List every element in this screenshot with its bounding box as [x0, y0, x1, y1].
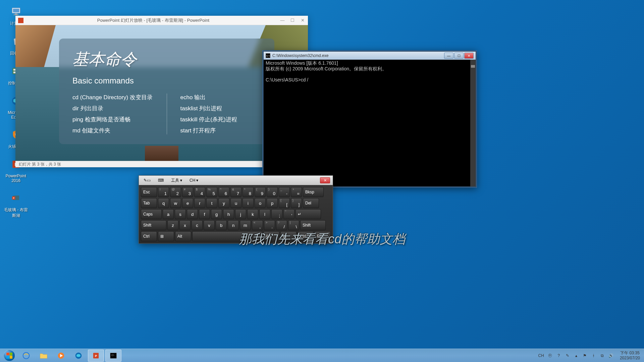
osk-key[interactable]: h — [223, 209, 234, 219]
osk-key[interactable]: y — [218, 198, 229, 208]
osk-key[interactable]: o — [255, 198, 266, 208]
osk-key[interactable]: w — [170, 198, 181, 208]
video-subtitle: 那我们先来看看cd的帮助文档 — [239, 231, 405, 248]
osk-close-button[interactable]: ✕ — [320, 177, 330, 183]
cmd-item: tasklist 列出进程 — [180, 105, 261, 112]
tray-lang-indicator[interactable]: CH — [538, 353, 544, 358]
minimize-button[interactable]: — — [444, 53, 453, 59]
osk-key[interactable]: s — [175, 209, 186, 219]
osk-key[interactable]: Alt — [175, 231, 191, 241]
tray-chevron-up-icon[interactable]: ▴ — [574, 353, 579, 358]
osk-key[interactable]: !1 — [158, 187, 169, 197]
osk-key[interactable]: {[ — [279, 198, 290, 208]
osk-key[interactable]: Bksp — [303, 187, 324, 197]
maximize-button[interactable]: ☐ — [290, 18, 295, 23]
osk-key[interactable]: ↵ — [296, 209, 321, 219]
osk-key[interactable]: $4 — [194, 187, 205, 197]
osk-key[interactable]: l — [259, 209, 270, 219]
tray-network-icon[interactable]: ⧉ — [600, 353, 605, 358]
osk-key[interactable]: j — [235, 209, 246, 219]
tray-bluetooth-icon[interactable]: ᚼ — [591, 353, 596, 358]
powerpoint-titlebar[interactable]: PowerPoint 幻灯片放映 - [毛玻璃 - 布雷斯湖] - PowerP… — [15, 16, 308, 25]
osk-key[interactable]: x — [179, 220, 191, 230]
osk-key[interactable]: &7 — [230, 187, 241, 197]
osk-lang-menu[interactable]: CH ▾ — [187, 177, 200, 183]
taskbar-item-ie[interactable] — [18, 350, 34, 362]
osk-key[interactable]: @2 — [170, 187, 181, 197]
cmd-title: C:\Windows\system32\cmd.exe — [272, 53, 444, 58]
osk-key[interactable]: z — [167, 220, 178, 230]
osk-keyboard-button[interactable]: ⌨ — [156, 177, 166, 183]
osk-key[interactable]: |\ — [288, 220, 299, 230]
cmd-titlebar[interactable]: C:\ C:\Windows\system32\cmd.exe — ☐ ✕ — [264, 52, 476, 60]
osk-key[interactable]: ^6 — [218, 187, 229, 197]
tray-flag-icon[interactable]: ⚑ — [582, 353, 588, 358]
start-button[interactable] — [3, 349, 16, 362]
osk-key[interactable]: <, — [252, 220, 263, 230]
osk-key[interactable]: f — [199, 209, 210, 219]
osk-key[interactable]: i — [243, 198, 254, 208]
taskbar-item-edge[interactable] — [70, 350, 87, 362]
osk-key[interactable]: >. — [264, 220, 275, 230]
osk-key[interactable]: d — [187, 209, 198, 219]
taskbar-item-explorer[interactable] — [36, 350, 52, 362]
svg-rect-3 — [13, 14, 19, 15]
taskbar-item-media-player[interactable] — [53, 350, 69, 362]
tray-volume-icon[interactable]: 🔊 — [608, 353, 614, 358]
osk-key[interactable]: q — [158, 198, 169, 208]
tray-tablet-icon[interactable]: ✎ — [565, 353, 570, 358]
osk-key[interactable]: Del — [303, 198, 319, 208]
osk-key[interactable]: Caps — [141, 209, 162, 219]
taskbar-item-cmd[interactable]: C:\ — [105, 350, 121, 362]
osk-key[interactable]: u — [230, 198, 241, 208]
osk-key[interactable]: ; — [271, 209, 282, 219]
tray-help-icon[interactable]: ? — [556, 353, 561, 358]
scrollbar[interactable] — [470, 60, 476, 186]
osk-key[interactable]: Shift — [300, 220, 326, 230]
minimize-button[interactable]: — — [280, 18, 285, 23]
osk-key[interactable]: r — [194, 198, 205, 208]
ppt-file-icon: P — [8, 190, 24, 206]
osk-tools-menu[interactable]: 工具 ▾ — [169, 177, 184, 184]
osk-key[interactable]: (9 — [255, 187, 266, 197]
osk-key[interactable]: Esc — [141, 187, 157, 197]
desktop-icon-label: 毛玻璃 - 布雷斯湖 — [3, 207, 29, 219]
osk-key[interactable]: c — [192, 220, 203, 230]
osk-key[interactable]: v — [204, 220, 215, 230]
cmd-item: taskkill 停止(杀死)进程 — [180, 116, 261, 123]
desktop-icon-ppt-file[interactable]: P 毛玻璃 - 布雷斯湖 — [3, 190, 29, 219]
osk-key[interactable]: %5 — [206, 187, 217, 197]
osk-key[interactable]: n — [228, 220, 239, 230]
osk-key[interactable]: _- — [279, 187, 290, 197]
osk-key[interactable]: e — [182, 198, 193, 208]
osk-key[interactable]: t — [206, 198, 217, 208]
osk-key[interactable]: Ctrl — [141, 231, 157, 241]
osk-key[interactable]: ?/ — [276, 220, 287, 230]
osk-key[interactable]: b — [216, 220, 227, 230]
osk-key[interactable]: }] — [291, 198, 302, 208]
cmd-item: dir 列出目录 — [72, 105, 153, 112]
osk-key[interactable]: "' — [283, 209, 294, 219]
osk-key[interactable]: *8 — [243, 187, 254, 197]
svg-rect-1 — [13, 9, 19, 12]
taskbar-clock[interactable]: 下午 03:35 2023/07/20 — [620, 351, 640, 360]
close-button[interactable]: ✕ — [464, 53, 474, 59]
osk-key[interactable]: g — [211, 209, 222, 219]
taskbar-item-powerpoint[interactable]: P — [88, 350, 104, 362]
cmd-terminal[interactable]: Microsoft Windows [版本 6.1.7601] 版权所有 (c)… — [264, 60, 476, 186]
osk-key[interactable]: Shift — [141, 220, 166, 230]
osk-key[interactable]: p — [267, 198, 278, 208]
maximize-button[interactable]: ☐ — [454, 53, 464, 59]
osk-key[interactable]: += — [291, 187, 302, 197]
osk-key[interactable]: ⊞ — [158, 231, 174, 241]
close-button[interactable]: ✕ — [300, 18, 305, 23]
osk-key[interactable]: a — [163, 209, 174, 219]
osk-key[interactable]: m — [240, 220, 251, 230]
osk-key[interactable]: k — [247, 209, 258, 219]
osk-handwriting-button[interactable]: ✎▭ — [142, 177, 153, 183]
tray-ime-icon[interactable]: ㊥ — [547, 353, 553, 358]
osk-key[interactable]: #3 — [182, 187, 193, 197]
osk-key[interactable]: Tab — [141, 198, 157, 208]
cmd-item: echo 输出 — [180, 94, 261, 101]
osk-key[interactable]: )0 — [267, 187, 278, 197]
